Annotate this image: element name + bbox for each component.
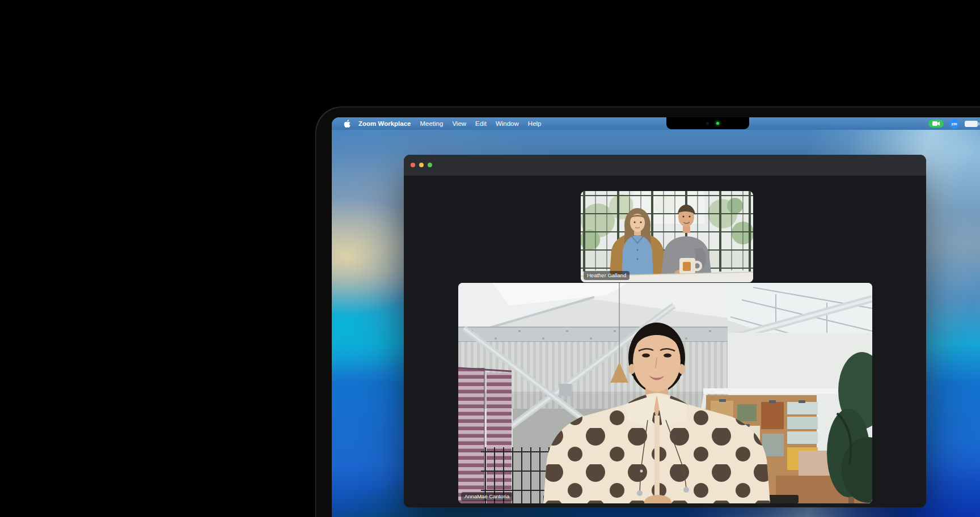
macbook-display: Zoom Workplace Meeting View Edit Window … — [315, 107, 980, 517]
facetime-camera-lens — [706, 122, 709, 125]
fullscreen-button[interactable] — [428, 163, 432, 167]
minimize-button[interactable] — [419, 163, 424, 167]
menu-bar: Zoom Workplace Meeting View Edit Window … — [332, 117, 980, 130]
meeting-content-area: Heather Galland — [404, 176, 926, 507]
battery-icon[interactable] — [965, 121, 978, 127]
video-tile-annamae-cantoria[interactable]: AnnaMae Cantoria — [458, 283, 872, 503]
marketing-canvas: Zoom Workplace Meeting View Edit Window … — [0, 0, 980, 517]
zoom-meeting-window[interactable]: Heather Galland — [404, 155, 926, 507]
video-camera-icon — [932, 121, 940, 126]
camera-notch — [666, 117, 749, 129]
video-feed-speaker-studio — [458, 283, 872, 503]
menu-item-app-name[interactable]: Zoom Workplace — [358, 120, 411, 127]
menu-item-edit[interactable]: Edit — [475, 120, 487, 127]
apple-logo-glyph — [343, 120, 350, 128]
menu-item-window[interactable]: Window — [496, 120, 519, 127]
apple-menu-icon[interactable] — [343, 120, 350, 128]
camera-in-use-led — [716, 122, 719, 125]
participant-name-label: Heather Galland — [584, 271, 630, 281]
menu-item-view[interactable]: View — [452, 120, 466, 127]
desktop-wallpaper: Zoom Workplace Meeting View Edit Window … — [332, 117, 980, 517]
close-button[interactable] — [411, 163, 415, 167]
menu-item-help[interactable]: Help — [528, 120, 542, 127]
menu-item-meeting[interactable]: Meeting — [420, 120, 443, 127]
menu-bar-status-area: zm — [928, 117, 978, 130]
steel-beam — [458, 327, 728, 342]
video-tile-heather-galland[interactable]: Heather Galland — [581, 191, 753, 282]
camera-active-indicator[interactable] — [928, 120, 944, 128]
participant-name-label: AnnaMae Cantoria — [461, 492, 513, 502]
traffic-lights — [411, 163, 432, 167]
zoom-menubar-icon[interactable]: zm — [949, 119, 959, 129]
window-titlebar[interactable] — [404, 155, 926, 176]
video-feed-two-people-office — [581, 191, 753, 282]
